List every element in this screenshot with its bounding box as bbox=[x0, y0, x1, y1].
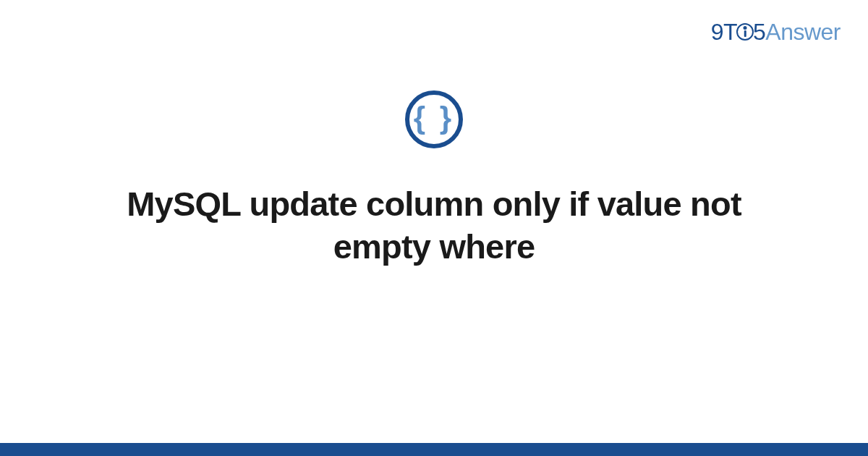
logo-five: 5 bbox=[753, 19, 765, 45]
logo-answer: Answer bbox=[765, 19, 841, 45]
logo-nine: 9 bbox=[711, 19, 723, 45]
code-braces-icon: { } bbox=[405, 90, 463, 148]
bottom-accent-bar bbox=[0, 443, 868, 456]
braces-glyph: { } bbox=[414, 101, 454, 135]
logo-t: T bbox=[723, 19, 737, 45]
page-title: MySQL update column only if value not em… bbox=[87, 183, 781, 269]
main-content: { } MySQL update column only if value no… bbox=[0, 90, 868, 269]
site-logo: 9T5Answer bbox=[711, 19, 841, 46]
clock-icon bbox=[736, 23, 754, 41]
